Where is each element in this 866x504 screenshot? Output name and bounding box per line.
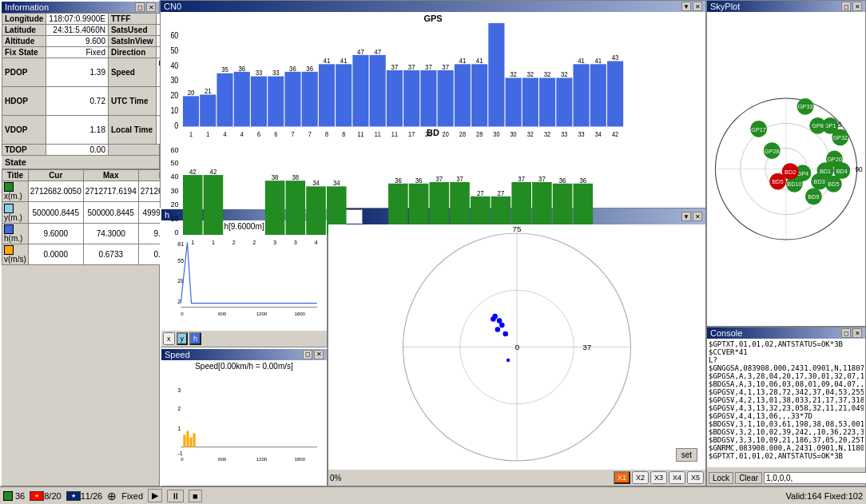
- left-charts: h ◻ ✕ h[9.6000m] 81 55 28: [160, 208, 328, 486]
- pdop-label: PDOP: [2, 58, 46, 87]
- svg-rect-73: [556, 77, 572, 126]
- svg-text:30: 30: [170, 185, 178, 195]
- x3-btn[interactable]: X3: [650, 471, 667, 484]
- svg-text:GP20: GP20: [827, 156, 842, 163]
- altitude-value: 9.600: [46, 36, 109, 47]
- skyplot-close-btn[interactable]: ✕: [852, 2, 862, 11]
- svg-text:20: 20: [170, 199, 178, 208]
- svg-rect-13: [216, 73, 232, 127]
- svg-text:37: 37: [391, 62, 399, 71]
- track-col-max: Max: [83, 170, 138, 181]
- clear-btn[interactable]: Clear: [735, 472, 762, 484]
- svg-text:32: 32: [561, 70, 568, 79]
- svg-text:GP28: GP28: [765, 148, 780, 155]
- map-area: 75 37 0 set: [328, 224, 705, 470]
- speed-chart-area: Speed[0.00km/h = 0.00m/s] 3 2 1 -1 0 600…: [161, 360, 327, 486]
- latitude-value: 24:31:5.4060N: [46, 25, 109, 36]
- svg-text:34: 34: [312, 179, 320, 186]
- svg-text:1200: 1200: [256, 311, 268, 316]
- info-pin-btn[interactable]: ◻: [135, 2, 145, 12]
- map-panel: Map ▼ ✕: [328, 208, 706, 486]
- svg-text:38: 38: [292, 173, 299, 181]
- latitude-label: Latitude: [2, 25, 46, 36]
- h-axis-btn[interactable]: h: [189, 332, 201, 345]
- x4-btn[interactable]: X4: [669, 471, 685, 484]
- fix-state-value: Fixed: [46, 47, 109, 58]
- console-close-btn[interactable]: ✕: [852, 328, 862, 338]
- skyplot-area: 45 90 GP33 GP17 GP1: [707, 12, 865, 326]
- fix-state-label: Fix State: [2, 47, 46, 58]
- svg-text:GP8: GP8: [812, 122, 824, 129]
- x2-btn[interactable]: X2: [632, 471, 649, 484]
- svg-text:47: 47: [357, 47, 364, 56]
- altitude-label: Altitude: [2, 36, 46, 47]
- speed-close-btn[interactable]: ✕: [314, 350, 324, 359]
- pdop-value: 1.39: [46, 58, 109, 87]
- x1-btn[interactable]: X1: [614, 471, 630, 484]
- speed-label: Speed: [108, 58, 156, 87]
- skyplot-title: SkyPlot ◻ ✕: [707, 1, 865, 12]
- svg-point-181: [491, 316, 496, 322]
- stop-btn[interactable]: ■: [189, 490, 202, 502]
- skyplot-pin-btn[interactable]: ◻: [841, 2, 851, 11]
- svg-text:30: 30: [170, 76, 178, 85]
- svg-text:40: 40: [170, 61, 178, 70]
- set-button[interactable]: set: [676, 448, 697, 462]
- cno-title: CN0 ▼ ✕: [161, 1, 705, 12]
- play-btn[interactable]: ▶: [148, 489, 162, 502]
- middle-bottom: h ◻ ✕ h[9.6000m] 81 55 28: [160, 208, 706, 486]
- cno-pin-btn[interactable]: ▼: [681, 2, 691, 11]
- svg-text:37: 37: [538, 175, 546, 182]
- svg-text:32: 32: [544, 70, 551, 79]
- svg-rect-108: [306, 186, 326, 235]
- svg-rect-82: [607, 61, 623, 126]
- svg-rect-43: [387, 70, 403, 127]
- svg-text:0: 0: [181, 455, 184, 461]
- svg-text:BD3: BD3: [814, 178, 825, 185]
- speed-pin-btn[interactable]: ◻: [303, 350, 312, 359]
- svg-text:1800: 1800: [294, 311, 305, 316]
- svg-text:36: 36: [238, 64, 245, 73]
- svg-point-182: [503, 331, 508, 337]
- svg-text:50: 50: [170, 46, 178, 55]
- svg-text:42: 42: [189, 168, 197, 175]
- svg-text:20: 20: [170, 91, 178, 101]
- svg-text:1: 1: [212, 239, 215, 246]
- x5-btn[interactable]: X5: [687, 471, 704, 484]
- y-axis-btn[interactable]: y: [177, 332, 189, 345]
- svg-text:20: 20: [188, 89, 195, 97]
- svg-point-178: [497, 318, 503, 323]
- x-axis-btn[interactable]: x: [163, 332, 175, 345]
- cno-close-btn[interactable]: ✕: [693, 2, 702, 11]
- svg-text:21: 21: [205, 87, 212, 96]
- svg-text:600: 600: [218, 311, 227, 316]
- svg-text:35: 35: [221, 65, 228, 74]
- svg-text:43: 43: [612, 54, 619, 62]
- console-pin-btn[interactable]: ◻: [841, 328, 851, 338]
- bd-title: BD: [161, 128, 705, 137]
- console-input-row: Lock Clear XOR Send: [707, 470, 865, 486]
- console-input[interactable]: [764, 472, 866, 484]
- svg-text:0: 0: [181, 311, 184, 316]
- crosshair-icon: ⊕: [107, 490, 117, 502]
- svg-text:1800: 1800: [294, 455, 305, 461]
- vdop-label: VDOP: [2, 116, 46, 145]
- svg-text:37: 37: [435, 175, 443, 182]
- cn-flag: ★ 8/20: [30, 491, 61, 501]
- us-flag: ★ 11/26: [66, 491, 103, 501]
- lock-btn[interactable]: Lock: [709, 472, 733, 484]
- pause-btn[interactable]: ⏸: [167, 490, 184, 502]
- cno-panel: CN0 ▼ ✕ GPS 60 50 40: [160, 0, 706, 208]
- svg-text:10: 10: [170, 213, 178, 223]
- vdop-value: 1.18: [46, 116, 109, 145]
- svg-rect-55: [455, 64, 471, 126]
- svg-text:10: 10: [170, 106, 178, 116]
- svg-text:36: 36: [306, 64, 313, 73]
- top-row: Information ◻ ✕ Longitude 118:07:0.9900E…: [0, 0, 866, 486]
- sats-used-label: SatsUsed: [108, 25, 156, 36]
- svg-text:36: 36: [415, 177, 423, 184]
- speed-chart-svg: 3 2 1 -1 0 600 1200 1800: [163, 371, 325, 474]
- svg-text:BD10: BD10: [787, 181, 801, 188]
- info-close-btn[interactable]: ✕: [146, 2, 156, 12]
- svg-text:BD9: BD9: [808, 193, 819, 200]
